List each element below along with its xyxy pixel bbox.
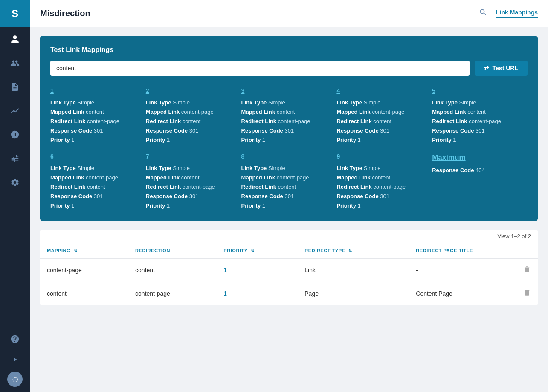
result-label-link-type: Link Type — [50, 99, 77, 106]
sidebar-item-sliders[interactable] — [0, 147, 30, 170]
result-number-5[interactable]: 5 — [432, 86, 528, 96]
test-url-button-icon: ⇄ — [484, 65, 489, 72]
col-priority[interactable]: PRIORITY ⇅ — [217, 243, 298, 259]
col-redirect-page-title: REDIRECT PAGE TITLE — [409, 243, 538, 259]
table-row: content content-page 1 Page Content Page — [40, 282, 538, 305]
header: Misdirection Link Mappings — [30, 0, 548, 27]
page-content: Test Link Mappings ⇄ Test URL 1 Link Typ… — [30, 27, 548, 392]
test-url-input[interactable] — [50, 61, 470, 76]
test-link-mappings-card: Test Link Mappings ⇄ Test URL 1 Link Typ… — [40, 36, 538, 221]
result-number-7[interactable]: 7 — [146, 152, 241, 162]
row1-priority-link[interactable]: 1 — [223, 267, 227, 274]
mappings-table: MAPPING ⇅ REDIRECTION PRIORITY ⇅ REDIREC… — [40, 243, 538, 305]
result-number-6[interactable]: 6 — [50, 152, 146, 162]
result-item-maximum: Maximum Response Code 404 — [432, 152, 528, 210]
row1-priority: 1 — [217, 258, 298, 282]
row2-redirection: content-page — [128, 282, 217, 305]
row1-redirect-type: Link — [298, 258, 409, 282]
sidebar: S ◯ — [0, 0, 30, 392]
page-title: Misdirection — [40, 9, 479, 18]
search-icon[interactable] — [479, 8, 487, 19]
priority-sort-icon[interactable]: ⇅ — [251, 248, 255, 253]
result-item-9: 9 Link Type Simple Mapped Link content R… — [336, 152, 432, 210]
table-header: MAPPING ⇅ REDIRECTION PRIORITY ⇅ REDIREC… — [40, 243, 538, 259]
row1-redirect-page-title: - — [409, 259, 538, 282]
redirect-type-sort-icon[interactable]: ⇅ — [348, 248, 352, 253]
sidebar-item-user[interactable] — [0, 27, 30, 51]
sidebar-item-help[interactable] — [0, 327, 30, 351]
result-item-1: 1 Link Type Simple Mapped Link content R… — [50, 86, 146, 145]
sidebar-item-team[interactable] — [0, 51, 30, 75]
sidebar-bottom: ◯ — [0, 327, 30, 392]
link-mappings-nav[interactable]: Link Mappings — [496, 9, 538, 18]
result-item-5: 5 Link Type Simple Mapped Link content R… — [432, 86, 528, 145]
result-number-4[interactable]: 4 — [336, 86, 432, 96]
result-item-4: 4 Link Type Simple Mapped Link content-p… — [336, 86, 432, 145]
row1-delete-button[interactable] — [523, 265, 531, 275]
sidebar-item-settings[interactable] — [0, 170, 30, 194]
view-info: View 1–2 of 2 — [40, 230, 538, 243]
result-item-8: 8 Link Type Simple Mapped Link content-p… — [241, 152, 337, 210]
row2-redirect-page-title: Content Page — [409, 282, 538, 305]
sidebar-expand-button[interactable] — [0, 351, 30, 368]
sidebar-item-analytics[interactable] — [0, 99, 30, 123]
row1-redirection: content — [128, 258, 217, 282]
result-number-8[interactable]: 8 — [241, 152, 337, 162]
result-number-1[interactable]: 1 — [50, 86, 146, 96]
row2-priority-link[interactable]: 1 — [223, 290, 227, 297]
result-number-3[interactable]: 3 — [241, 86, 337, 96]
col-redirection: REDIRECTION — [128, 243, 217, 259]
col-redirect-type[interactable]: REDIRECT TYPE ⇅ — [298, 243, 409, 259]
result-number-2[interactable]: 2 — [146, 86, 241, 96]
row2-redirect-type: Page — [298, 282, 409, 305]
result-number-maximum[interactable]: Maximum — [432, 152, 528, 164]
app-logo[interactable]: S — [0, 0, 30, 27]
row1-mapping: content-page — [40, 258, 128, 282]
result-item-7: 7 Link Type Simple Mapped Link content R… — [146, 152, 241, 210]
results-grid: 1 Link Type Simple Mapped Link content R… — [50, 86, 528, 211]
sidebar-item-docs[interactable] — [0, 75, 30, 99]
table-row: content-page content 1 Link - — [40, 258, 538, 282]
main-content: Misdirection Link Mappings Test Link Map… — [30, 0, 548, 392]
col-mapping[interactable]: MAPPING ⇅ — [40, 243, 128, 259]
user-avatar[interactable]: ◯ — [7, 372, 23, 387]
test-url-row: ⇄ Test URL — [50, 61, 528, 76]
test-url-button[interactable]: ⇄ Test URL — [475, 61, 528, 76]
sidebar-item-groups[interactable] — [0, 123, 30, 147]
result-item-3: 3 Link Type Simple Mapped Link content R… — [241, 86, 337, 145]
result-item-2: 2 Link Type Simple Mapped Link content-p… — [146, 86, 241, 145]
row2-priority: 1 — [217, 282, 298, 305]
table-body: content-page content 1 Link - — [40, 258, 538, 305]
mappings-table-section: View 1–2 of 2 MAPPING ⇅ REDIRECTION PRIO… — [40, 230, 538, 305]
row2-delete-button[interactable] — [523, 289, 531, 298]
test-url-button-label: Test URL — [493, 65, 518, 72]
result-item-6: 6 Link Type Simple Mapped Link content-p… — [50, 152, 146, 210]
mapping-sort-icon[interactable]: ⇅ — [74, 248, 78, 253]
test-card-title: Test Link Mappings — [50, 46, 528, 54]
row2-mapping: content — [40, 282, 128, 305]
result-number-9[interactable]: 9 — [336, 152, 432, 162]
